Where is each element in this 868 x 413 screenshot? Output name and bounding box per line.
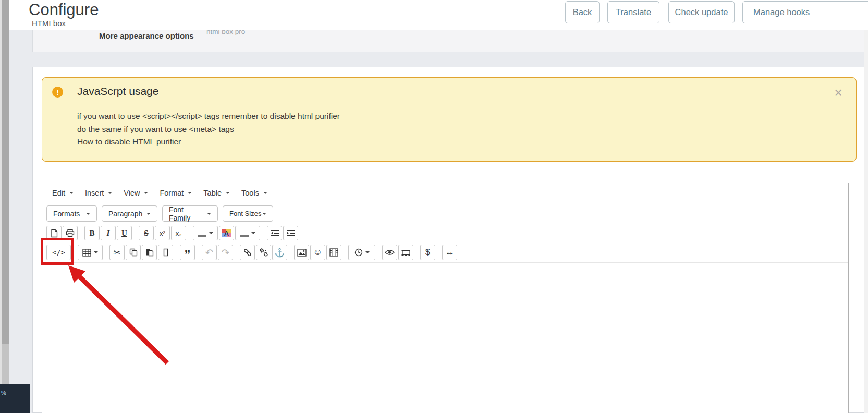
editor-menubar: Edit Insert View Format Table Tools [42, 183, 848, 203]
check-update-button[interactable]: Check update [668, 1, 735, 23]
text-color-bar-icon [198, 235, 206, 237]
paste-as-text-icon [163, 248, 168, 257]
copy-icon [129, 248, 138, 257]
nonbreaking-button[interactable]: ↔ [442, 245, 457, 260]
caret-down-icon [94, 251, 98, 253]
menu-insert[interactable]: Insert [79, 183, 118, 203]
window-scroll-thumb [2, 344, 9, 385]
media-button[interactable] [326, 245, 341, 260]
new-document-icon [50, 229, 58, 238]
italic-button[interactable]: I [101, 226, 116, 240]
outdent-icon [270, 229, 279, 237]
paste-as-text-button[interactable] [158, 245, 173, 260]
font-color-button[interactable]: A [219, 226, 234, 240]
print-icon [66, 229, 75, 237]
translate-button[interactable]: Translate [607, 1, 659, 23]
eye-icon [385, 249, 395, 256]
font-sizes-dropdown[interactable]: Font Sizes [223, 205, 273, 222]
bold-button[interactable]: B [84, 226, 100, 240]
paragraph-dropdown[interactable]: Paragraph [102, 205, 157, 222]
javascript-usage-alert: ! JavaScrpt usage × if you want to use <… [42, 77, 857, 162]
paste-button[interactable] [142, 245, 157, 260]
manage-hooks-button[interactable]: Manage hooks [742, 1, 868, 23]
page-title: Configure [29, 1, 99, 19]
table-button[interactable] [78, 245, 103, 260]
print-button[interactable] [63, 226, 78, 240]
indent-button[interactable] [283, 226, 298, 240]
redo-button[interactable]: ↷ [218, 245, 233, 260]
text-color-button[interactable] [193, 226, 218, 240]
caret-down-icon [144, 192, 148, 194]
html-box-pro-link[interactable]: html box pro [206, 30, 245, 35]
visual-blocks-icon [401, 249, 411, 257]
font-color-icon: A [222, 229, 231, 237]
caret-down-icon [69, 192, 74, 194]
appearance-options-title: More appearance options [99, 31, 194, 40]
font-family-dropdown[interactable]: Font Family [162, 205, 218, 222]
caret-down-icon [209, 232, 213, 234]
underline-button[interactable]: U [117, 226, 132, 240]
copy-button[interactable] [126, 245, 141, 260]
superscript-button[interactable]: x² [155, 226, 170, 240]
right-scrollbar-track [864, 30, 868, 413]
caret-down-icon [365, 251, 370, 253]
cut-button[interactable]: ✂ [109, 245, 125, 260]
appearance-options-card: More appearance options html box pro [32, 30, 864, 52]
caret-down-icon [146, 213, 151, 215]
warning-icon: ! [52, 87, 63, 98]
caret-down-icon [262, 213, 266, 215]
new-document-button[interactable] [46, 226, 62, 240]
unlink-icon [259, 248, 268, 257]
dollar-button[interactable]: $ [420, 245, 435, 260]
menu-format[interactable]: Format [154, 183, 198, 203]
media-icon [329, 248, 338, 257]
strikethrough-button[interactable]: S [139, 226, 154, 240]
source-code-button[interactable]: </> [46, 245, 71, 260]
caret-down-icon [251, 232, 255, 234]
image-icon [297, 249, 307, 257]
rich-text-editor: Edit Insert View Format Table Tools Form… [42, 183, 849, 413]
preview-button[interactable] [382, 245, 397, 260]
insert-datetime-button[interactable] [348, 245, 375, 260]
indent-icon [286, 229, 296, 237]
paste-icon [145, 248, 154, 257]
outdent-button[interactable] [267, 226, 282, 240]
anchor-button[interactable]: ⚓ [272, 245, 287, 260]
caret-down-icon [263, 192, 267, 194]
alert-line: do the same if you want to use <meta> ta… [77, 123, 340, 136]
menu-table[interactable]: Table [198, 183, 236, 203]
background-color-bar-icon [240, 235, 249, 237]
editor-toolbar-dropdowns: Formats Paragraph Font Family Font Sizes [42, 203, 848, 224]
caret-down-icon [86, 213, 90, 215]
back-button[interactable]: Back [565, 1, 600, 23]
editor-toolbar-row1: B I U S x² x₂ A [42, 224, 848, 242]
subscript-button[interactable]: x₂ [171, 226, 186, 240]
menu-tools[interactable]: Tools [236, 183, 273, 203]
background-color-button[interactable] [235, 226, 260, 240]
alert-body: if you want to use <script></script> tag… [77, 110, 340, 149]
alert-title: JavaScrpt usage [77, 85, 158, 98]
formats-dropdown[interactable]: Formats [46, 205, 97, 222]
blockquote-button[interactable]: ” [180, 245, 195, 260]
undo-button[interactable]: ↶ [202, 245, 217, 260]
corner-badge: % [0, 384, 30, 413]
caret-down-icon [108, 192, 112, 194]
unlink-button[interactable] [256, 245, 271, 260]
emoticons-button[interactable]: ☺ [310, 245, 325, 260]
menu-edit[interactable]: Edit [46, 183, 79, 203]
image-button[interactable] [294, 245, 309, 260]
close-icon[interactable]: × [834, 86, 842, 100]
editor-toolbar-row2: </> ✂ ” ↶ ↷ [42, 242, 848, 263]
visual-blocks-button[interactable] [398, 245, 413, 260]
caret-down-icon [188, 192, 192, 194]
menu-view[interactable]: View [118, 183, 154, 203]
alert-line: How to disable HTML purifier [77, 136, 340, 149]
caret-down-icon [207, 213, 211, 215]
clock-icon [354, 248, 363, 257]
editor-content-area[interactable] [42, 263, 848, 413]
page-header: Configure HTMLbox Back Translate Check u… [9, 0, 868, 30]
link-icon [243, 248, 252, 257]
link-button[interactable] [240, 245, 255, 260]
page-subtitle: HTMLbox [32, 19, 66, 28]
alert-line: if you want to use <script></script> tag… [77, 110, 340, 123]
